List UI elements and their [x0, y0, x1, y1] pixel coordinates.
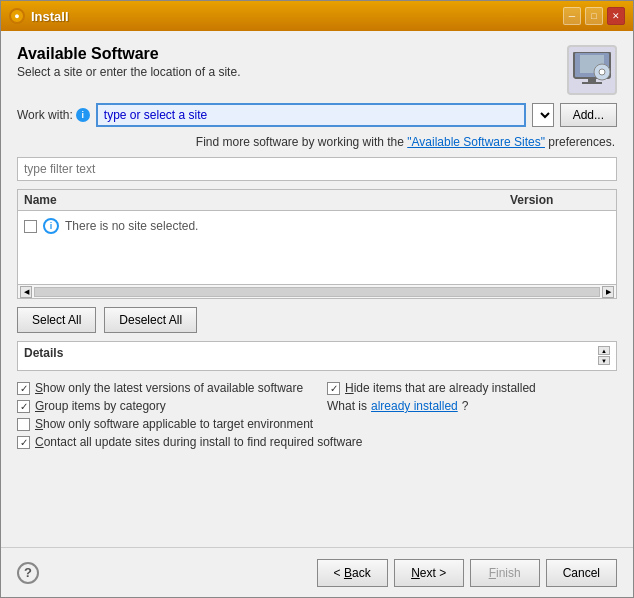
- scroll-up-arrow[interactable]: ▲: [598, 346, 610, 355]
- page-title: Available Software: [17, 45, 240, 63]
- show-latest-label: Show only the latest versions of availab…: [35, 381, 303, 395]
- back-button[interactable]: < Back: [317, 559, 388, 587]
- select-all-button[interactable]: Select All: [17, 307, 96, 333]
- svg-rect-3: [582, 82, 602, 84]
- footer: ? < Back Next > Finish Cancel: [1, 547, 633, 597]
- details-label: Details: [24, 346, 63, 360]
- cancel-button[interactable]: Cancel: [546, 559, 617, 587]
- row-info-icon: i: [43, 218, 59, 234]
- show-latest-checkbox[interactable]: [17, 382, 30, 395]
- work-with-label: Work with: i: [17, 108, 90, 122]
- hide-installed-label: Hide items that are already installed: [345, 381, 536, 395]
- group-category-option: Group items by category: [17, 399, 307, 413]
- select-buttons-row: Select All Deselect All: [17, 307, 617, 333]
- monitor-icon: [572, 52, 612, 88]
- filter-input[interactable]: [17, 157, 617, 181]
- details-section: Details ▲ ▼: [17, 341, 617, 371]
- already-installed-link[interactable]: already installed: [371, 399, 458, 413]
- footer-left: ?: [17, 562, 39, 584]
- svg-rect-2: [588, 78, 596, 82]
- footer-buttons: < Back Next > Finish Cancel: [317, 559, 617, 587]
- col-version: Version: [510, 193, 610, 207]
- row-text: There is no site selected.: [65, 219, 198, 233]
- table-header: Name Version: [18, 190, 616, 211]
- deselect-all-button[interactable]: Deselect All: [104, 307, 197, 333]
- available-software-sites-link[interactable]: "Available Software Sites": [407, 135, 545, 149]
- page-subtitle: Select a site or enter the location of a…: [17, 65, 240, 79]
- title-bar: ● Install ─ □ ✕: [1, 1, 633, 31]
- scroll-left-arrow[interactable]: ◀: [20, 286, 32, 298]
- group-category-checkbox[interactable]: [17, 400, 30, 413]
- details-scroll[interactable]: ▲ ▼: [598, 346, 610, 366]
- contact-sites-option: Contact all update sites during install …: [17, 435, 617, 449]
- row-checkbox[interactable]: [24, 220, 37, 233]
- table-row: i There is no site selected.: [24, 215, 610, 237]
- horizontal-scrollbar[interactable]: ◀ ▶: [18, 284, 616, 298]
- show-applicable-checkbox[interactable]: [17, 418, 30, 431]
- title-bar-left: ● Install: [9, 8, 69, 24]
- header-text: Available Software Select a site or ente…: [17, 45, 240, 79]
- options-grid: Show only the latest versions of availab…: [17, 381, 617, 449]
- scroll-track[interactable]: [34, 287, 600, 297]
- main-content: Available Software Select a site or ente…: [1, 31, 633, 547]
- more-software-row: Find more software by working with the "…: [17, 135, 617, 149]
- work-with-input[interactable]: [96, 103, 526, 127]
- what-installed-row: What is already installed ?: [327, 399, 617, 413]
- add-button[interactable]: Add...: [560, 103, 617, 127]
- title-controls: ─ □ ✕: [563, 7, 625, 25]
- help-button[interactable]: ?: [17, 562, 39, 584]
- app-icon: ●: [9, 8, 25, 24]
- site-dropdown[interactable]: [532, 103, 554, 127]
- show-latest-option: Show only the latest versions of availab…: [17, 381, 307, 395]
- close-button[interactable]: ✕: [607, 7, 625, 25]
- header-section: Available Software Select a site or ente…: [17, 45, 617, 95]
- next-button[interactable]: Next >: [394, 559, 464, 587]
- contact-sites-label: Contact all update sites during install …: [35, 435, 363, 449]
- window-title: Install: [31, 9, 69, 24]
- maximize-button[interactable]: □: [585, 7, 603, 25]
- scroll-down-arrow[interactable]: ▼: [598, 356, 610, 365]
- scroll-right-arrow[interactable]: ▶: [602, 286, 614, 298]
- show-applicable-option: Show only software applicable to target …: [17, 417, 617, 431]
- svg-point-5: [599, 69, 605, 75]
- hide-installed-checkbox[interactable]: [327, 382, 340, 395]
- col-name: Name: [24, 193, 510, 207]
- group-category-label: Group items by category: [35, 399, 166, 413]
- install-window: ● Install ─ □ ✕ Available Software Selec…: [0, 0, 634, 598]
- header-icon: [567, 45, 617, 95]
- software-table: Name Version i There is no site selected…: [17, 189, 617, 299]
- work-with-row: Work with: i Add...: [17, 103, 617, 127]
- hide-installed-option: Hide items that are already installed: [327, 381, 617, 395]
- contact-sites-checkbox[interactable]: [17, 436, 30, 449]
- show-applicable-label: Show only software applicable to target …: [35, 417, 313, 431]
- table-body: i There is no site selected.: [18, 211, 616, 284]
- finish-button[interactable]: Finish: [470, 559, 540, 587]
- minimize-button[interactable]: ─: [563, 7, 581, 25]
- info-icon[interactable]: i: [76, 108, 90, 122]
